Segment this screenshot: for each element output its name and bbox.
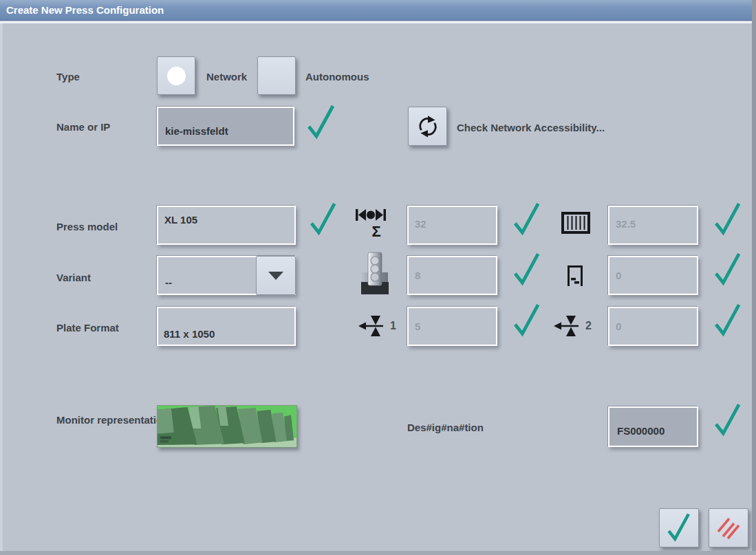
name-or-ip-valid-check-icon [307, 104, 336, 142]
autonomous-radio[interactable] [257, 56, 296, 95]
printing-units-field: 8 [407, 256, 497, 295]
cancel-button[interactable] [709, 508, 748, 547]
plate-format-label: Plate Format [56, 321, 119, 334]
network-radio[interactable] [157, 56, 195, 95]
name-or-ip-field[interactable]: kie-missfeldt [157, 107, 294, 146]
sheet-gap-check-icon [714, 252, 742, 289]
press-preview-image [157, 405, 297, 448]
type-label: Type [56, 70, 80, 83]
variant-label: Variant [56, 271, 91, 284]
ink-zone-width-check-icon [714, 202, 742, 239]
perfecting-device-2-value: 0 [616, 320, 621, 332]
sigma-glyph: Σ [371, 223, 380, 239]
dropdown-arrow-icon [268, 272, 283, 280]
titlebar: Create New Press Configuration [0, 0, 752, 21]
ink-zone-width-value: 32.5 [616, 218, 636, 230]
variant-value: -- [165, 276, 172, 288]
perfecting-device-1-value: 5 [415, 320, 420, 332]
press-model-field[interactable]: XL 105 [157, 206, 296, 245]
printing-units-icon [358, 252, 391, 296]
radio-selected-dot-icon [167, 67, 186, 85]
designation-check-icon [714, 402, 742, 439]
sheet-gap-icon [565, 263, 585, 288]
ok-button[interactable] [659, 508, 699, 547]
press-model-label: Press model [56, 220, 118, 233]
perfecting-device-1-field: 5 [407, 307, 497, 346]
perfecting-device-2-number: 2 [585, 320, 592, 332]
check-network-label: Check Network Accessibility... [457, 121, 605, 134]
press-model-check-icon [310, 202, 337, 239]
ok-check-icon [667, 512, 691, 544]
printing-units-check-icon [513, 252, 541, 289]
press-model-value: XL 105 [164, 214, 197, 226]
perfecting-device-1-check-icon [513, 303, 541, 340]
perfecting-device-2-check-icon [714, 303, 742, 340]
designation-label: Des#ig#na#tion [407, 421, 484, 434]
designation-field[interactable]: FS000000 [608, 406, 698, 447]
printing-units-value: 8 [415, 270, 420, 281]
perfecting-device-2-field: 0 [608, 307, 698, 346]
ink-zones-total-field: 32 [407, 206, 497, 245]
dialog-window: Create New Press Configuration Type Netw… [0, 0, 756, 555]
ink-zone-width-icon [561, 212, 590, 234]
cancel-slashes-icon [715, 515, 742, 541]
ink-zones-total-value: 32 [415, 218, 426, 230]
network-option-label: Network [206, 70, 247, 83]
plate-format-value: 811 x 1050 [164, 328, 215, 340]
window-border-bottom [0, 551, 756, 555]
perfecting-device-1-number: 1 [390, 320, 396, 332]
variant-dropdown[interactable]: -- [157, 256, 296, 295]
ink-zones-total-icon: Σ [354, 207, 388, 239]
perfecting-device-1-icon [358, 313, 385, 339]
window-border-right [752, 0, 756, 555]
window-border-left [0, 23, 3, 551]
autonomous-option-label: Autonomous [305, 70, 369, 83]
refresh-icon [415, 113, 441, 140]
ink-zone-width-field: 32.5 [608, 206, 698, 245]
plate-format-field[interactable]: 811 x 1050 [157, 307, 296, 346]
titlebar-underline [0, 21, 752, 23]
ink-zones-total-check-icon [513, 202, 541, 239]
check-network-button[interactable] [408, 107, 447, 146]
monitor-representation-label: Monitor representation [56, 413, 170, 426]
designation-value: FS000000 [617, 425, 665, 437]
name-or-ip-value: kie-missfeldt [165, 125, 228, 137]
name-or-ip-label: Name or IP [56, 120, 110, 133]
variant-dropdown-button[interactable] [256, 256, 296, 295]
window-title: Create New Press Configuration [6, 4, 164, 16]
sheet-gap-value: 0 [616, 270, 621, 281]
perfecting-device-2-icon [553, 313, 581, 339]
sheet-gap-field: 0 [608, 256, 698, 295]
